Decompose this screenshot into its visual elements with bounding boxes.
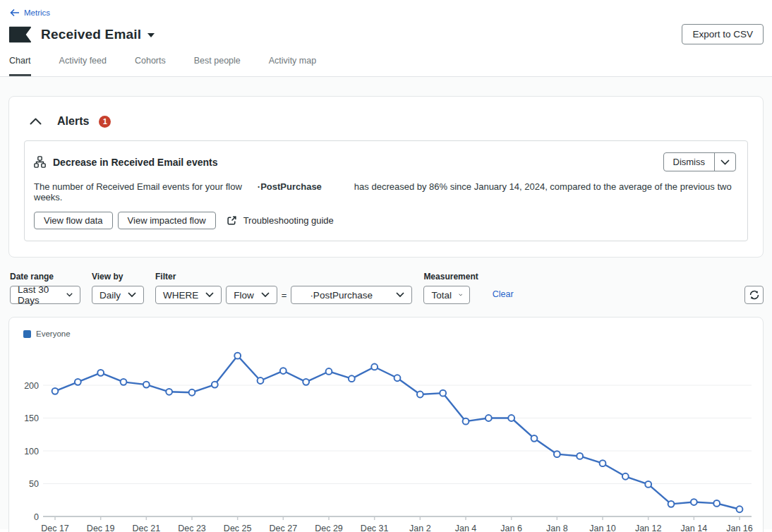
legend-swatch: [23, 330, 31, 338]
tab-cohorts[interactable]: Cohorts: [135, 56, 166, 76]
svg-text:Jan 8: Jan 8: [546, 524, 568, 532]
svg-text:50: 50: [29, 479, 39, 489]
alert-description: The number of Received Email events for …: [34, 181, 736, 202]
chart-card: 050100150200Dec 17Dec 19Dec 21Dec 23Dec …: [8, 317, 764, 532]
line-chart[interactable]: 050100150200Dec 17Dec 19Dec 21Dec 23Dec …: [9, 318, 763, 532]
filter-operator: =: [282, 290, 287, 301]
dismiss-split-button: Dismiss: [663, 152, 737, 171]
date-range-select[interactable]: Last 30 Days: [10, 286, 80, 304]
chevron-down-icon: [459, 292, 462, 298]
chevron-down-icon: [396, 292, 404, 298]
refresh-button[interactable]: [744, 286, 764, 304]
view-by-select[interactable]: Daily: [92, 286, 144, 304]
view-flow-data-button[interactable]: View flow data: [34, 212, 113, 229]
svg-text:200: 200: [24, 381, 39, 391]
alert-title: Decrease in Received Email events: [53, 157, 217, 168]
svg-text:Dec 29: Dec 29: [315, 524, 343, 532]
back-arrow-icon: [10, 8, 20, 17]
svg-text:Jan 2: Jan 2: [409, 524, 431, 532]
filter-label: Filter: [155, 272, 277, 282]
page-title[interactable]: Received Email: [41, 27, 141, 42]
clear-filters-link[interactable]: Clear: [493, 289, 514, 299]
troubleshooting-guide-label: Troubleshooting guide: [243, 215, 334, 226]
chevron-down-icon: [720, 159, 730, 165]
dismiss-button[interactable]: Dismiss: [664, 153, 715, 171]
svg-text:Jan 6: Jan 6: [500, 524, 522, 532]
view-by-label: View by: [92, 272, 144, 282]
tab-activity-map[interactable]: Activity map: [269, 56, 316, 76]
svg-text:Jan 10: Jan 10: [589, 524, 616, 532]
chevron-down-icon: [66, 292, 73, 298]
svg-text:Jan 14: Jan 14: [681, 524, 708, 532]
view-impacted-flow-button[interactable]: View impacted flow: [118, 212, 216, 229]
chevron-down-icon: [205, 292, 214, 298]
back-to-metrics-link[interactable]: Metrics: [10, 8, 50, 17]
troubleshooting-guide-link[interactable]: Troubleshooting guide: [227, 215, 334, 226]
legend-label: Everyone: [36, 330, 71, 338]
tab-chart[interactable]: Chart: [9, 56, 31, 76]
svg-text:100: 100: [24, 447, 39, 457]
refresh-icon: [749, 289, 760, 301]
alert-flow-name: ·PostPurchase: [258, 181, 322, 192]
alerts-card: Alerts 1 Decrease in Received Email even…: [8, 96, 764, 258]
title-caret-down-icon[interactable]: [147, 33, 155, 37]
page-header: Metrics Received Email Export to CSV Cha…: [0, 0, 772, 77]
svg-text:0: 0: [34, 512, 39, 522]
alerts-count-badge: 1: [99, 116, 111, 128]
svg-text:Jan 4: Jan 4: [455, 524, 477, 532]
svg-text:150: 150: [24, 413, 39, 423]
svg-text:Dec 27: Dec 27: [270, 524, 298, 532]
tab-activity-feed[interactable]: Activity feed: [59, 56, 107, 76]
filter-toolbar: Date range Last 30 Days View by Daily Fi…: [8, 258, 764, 304]
dismiss-dropdown-button[interactable]: [714, 153, 735, 171]
metric-flag-icon: [8, 26, 31, 43]
filter-where-select[interactable]: WHERE: [155, 286, 222, 304]
date-range-label: Date range: [10, 272, 80, 282]
filter-field-select[interactable]: Flow: [226, 286, 277, 304]
export-to-csv-button[interactable]: Export to CSV: [682, 24, 764, 44]
chart-legend-item[interactable]: Everyone: [23, 330, 71, 338]
svg-text:Dec 23: Dec 23: [178, 524, 206, 532]
chevron-down-icon: [261, 292, 270, 298]
svg-text:Jan 16: Jan 16: [726, 524, 753, 532]
page-body: Alerts 1 Decrease in Received Email even…: [0, 77, 772, 529]
svg-text:Dec 17: Dec 17: [41, 524, 69, 532]
svg-text:Dec 21: Dec 21: [133, 524, 161, 532]
alert-item: Decrease in Received Email events Dismis…: [24, 140, 748, 241]
measurement-select[interactable]: Total: [423, 286, 470, 304]
filter-value-select[interactable]: ·PostPurchase: [291, 286, 412, 304]
external-link-icon: [227, 215, 237, 226]
tab-bar: Chart Activity feed Cohorts Best people …: [0, 44, 772, 77]
svg-text:Dec 19: Dec 19: [87, 524, 115, 532]
collapse-chevron-up-icon[interactable]: [30, 118, 42, 125]
chevron-down-icon: [128, 292, 136, 298]
svg-text:Dec 25: Dec 25: [224, 524, 252, 532]
svg-text:Jan 12: Jan 12: [635, 524, 662, 532]
alerts-heading: Alerts: [57, 115, 89, 128]
measurement-label: Measurement: [423, 272, 478, 282]
flow-icon: [34, 156, 46, 168]
back-link-label: Metrics: [24, 8, 50, 17]
tab-best-people[interactable]: Best people: [194, 56, 241, 76]
svg-text:Dec 31: Dec 31: [361, 524, 389, 532]
